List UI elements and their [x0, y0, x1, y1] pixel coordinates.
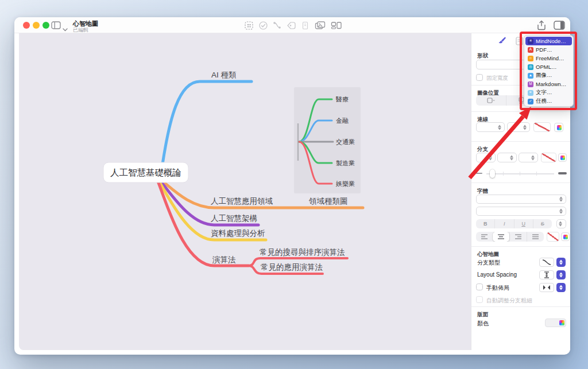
- branch-node[interactable]: 常見的應用演算法: [261, 263, 323, 271]
- branch-node[interactable]: AI 種類: [211, 71, 237, 79]
- app-window: 心智地圖 已編輯: [14, 17, 570, 355]
- image-left-icon[interactable]: [476, 95, 506, 106]
- auto-adjust-label: 自動調整分支粗細: [486, 297, 532, 305]
- font-line-swatch[interactable]: [547, 232, 559, 242]
- mini-node-label: 醫療: [336, 96, 349, 103]
- boards-icon[interactable]: [331, 21, 341, 30]
- manual-layout-stepper[interactable]: [556, 283, 566, 292]
- divider: [471, 246, 570, 247]
- align-center-icon[interactable]: [493, 232, 509, 242]
- minimize-window-button[interactable]: [33, 22, 40, 29]
- sidebar-toggle-icon[interactable]: [51, 21, 61, 31]
- tag-icon[interactable]: [287, 21, 296, 30]
- fixed-width-checkbox[interactable]: [476, 74, 483, 81]
- branch-node[interactable]: 人工智慧應用領域: [211, 197, 273, 205]
- stepper-chevrons-icon: [559, 197, 563, 202]
- task-checkmark-icon[interactable]: [258, 21, 268, 30]
- branch-node[interactable]: 人工智慧架構: [211, 214, 258, 223]
- rainbow-icon: [563, 235, 568, 239]
- layout-spacing-glyph: [539, 270, 554, 279]
- divider: [471, 111, 570, 112]
- stepper-chevrons-icon: [559, 209, 563, 214]
- divider: [471, 141, 570, 142]
- mini-node-label: 娛樂業: [335, 180, 355, 187]
- text-align-segmented[interactable]: [476, 232, 544, 242]
- layout-spacing-label: Layout Spacing: [477, 271, 517, 278]
- stepper-chevrons-icon: [559, 285, 563, 290]
- align-justify-icon[interactable]: [527, 232, 544, 242]
- manual-layout-label: 手動佈局: [486, 284, 509, 292]
- sticker-icon[interactable]: [244, 21, 254, 30]
- branch-width-slider-thumb[interactable]: [490, 169, 495, 178]
- slider-tick: [536, 172, 537, 176]
- manual-layout-checkbox[interactable]: [476, 283, 483, 290]
- slider-tick: [520, 172, 520, 176]
- bold-button[interactable]: B: [476, 219, 494, 228]
- stepper-chevrons-icon: [489, 155, 493, 160]
- connection-width-select[interactable]: [507, 122, 530, 132]
- page-color-control[interactable]: [545, 318, 566, 327]
- italic-button[interactable]: I: [494, 219, 513, 228]
- font-color-well[interactable]: [561, 232, 570, 241]
- align-left-icon[interactable]: [476, 232, 493, 242]
- stepper-chevrons-icon: [559, 260, 563, 265]
- branch-node[interactable]: 常見的搜尋與排序演算法: [260, 248, 345, 257]
- font-family-select[interactable]: [476, 195, 566, 204]
- page-color-label: 顏色: [477, 320, 489, 328]
- branch-node[interactable]: 演算法: [212, 255, 236, 264]
- underline-button[interactable]: U: [514, 219, 533, 228]
- fixed-width-label: 固定寬度: [486, 75, 508, 82]
- thick-line-glyph: [558, 172, 567, 174]
- branch-node[interactable]: 資料處理與分析: [211, 229, 265, 238]
- font-style-segmented[interactable]: B I U S: [476, 219, 552, 228]
- stepper-chevrons-icon: [498, 125, 502, 130]
- font-size-stepper[interactable]: [556, 219, 566, 228]
- branch-node[interactable]: 領域種類圖: [308, 197, 348, 205]
- connection-color-well[interactable]: [554, 123, 563, 132]
- connection-icon[interactable]: [272, 21, 282, 30]
- root-node[interactable]: 人工智慧基礎概論: [103, 162, 188, 182]
- mini-node-label: 交通業: [336, 138, 355, 145]
- annotation-box: [520, 32, 577, 110]
- connection-style-select[interactable]: [476, 122, 505, 132]
- note-icon[interactable]: [300, 21, 310, 30]
- zoom-window-button[interactable]: [42, 22, 49, 29]
- branch-line-swatch[interactable]: [541, 153, 556, 162]
- rainbow-icon: [560, 156, 565, 160]
- stepper-chevrons-icon: [510, 155, 514, 160]
- thin-line-glyph: [476, 173, 482, 174]
- stepper-chevrons-icon: [559, 273, 563, 278]
- branch-width-select[interactable]: [519, 153, 538, 162]
- section-title-shape: 形狀: [477, 52, 488, 60]
- branch-style-select[interactable]: [476, 153, 496, 162]
- branch-type-stepper[interactable]: [556, 258, 566, 267]
- font-face-select[interactable]: [476, 207, 566, 216]
- inspector-toggle-button[interactable]: [554, 21, 563, 30]
- branch-width-slider-track[interactable]: [486, 173, 554, 174]
- branch-type-glyph: [539, 258, 554, 267]
- strikethrough-button[interactable]: S: [533, 219, 552, 228]
- media-icon[interactable]: [315, 21, 324, 30]
- align-right-icon[interactable]: [509, 232, 527, 242]
- rainbow-icon: [557, 125, 562, 130]
- section-title-mindmap: 心智地圖: [477, 251, 499, 258]
- connection-line-swatch[interactable]: [533, 122, 551, 132]
- close-window-button[interactable]: [23, 22, 30, 29]
- auto-adjust-checkbox[interactable]: [476, 296, 483, 303]
- mindmap-canvas[interactable]: 醫療 金融 交通業 製造業 娛樂業 AI 種類 人工智慧應用領域 領域種類圖 人…: [19, 33, 471, 350]
- stepper-chevrons-icon: [559, 222, 563, 227]
- branch-shape-select[interactable]: [497, 153, 517, 162]
- mini-node-label: 製造業: [336, 160, 355, 166]
- branch-type-label: 分支類型: [477, 259, 500, 267]
- share-button[interactable]: [536, 20, 546, 30]
- branch-color-well[interactable]: [558, 153, 567, 162]
- rainbow-icon: [559, 320, 564, 325]
- divider: [471, 306, 570, 307]
- divider: [471, 182, 570, 183]
- titlebar: 心智地圖 已編輯: [14, 17, 570, 33]
- style-brush-icon[interactable]: [498, 36, 506, 46]
- stepper-chevrons-icon: [531, 155, 535, 160]
- layout-spacing-stepper[interactable]: [556, 270, 566, 279]
- chevron-down-icon[interactable]: [63, 24, 72, 33]
- branch-line: [163, 81, 252, 164]
